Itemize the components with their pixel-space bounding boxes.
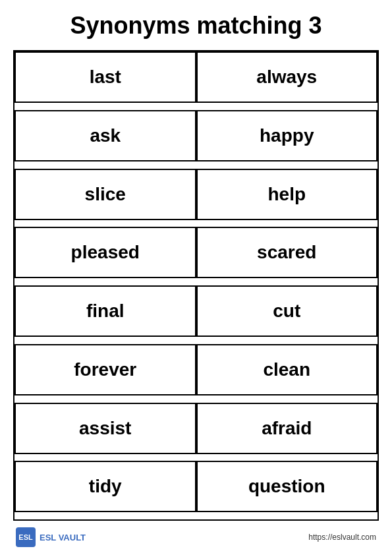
right-word-2: happy: [196, 110, 378, 161]
logo-icon: ESL: [16, 527, 36, 547]
left-word-8: tidy: [14, 461, 196, 512]
left-word-6: forever: [14, 344, 196, 395]
page-title: Synonyms matching 3: [70, 12, 322, 40]
right-word-8: question: [196, 461, 378, 512]
left-word-2: ask: [14, 110, 196, 161]
left-word-5: final: [14, 285, 196, 337]
left-word-3: slice: [14, 169, 196, 220]
footer: ESL ESL VAULT https://eslvault.com: [13, 527, 379, 547]
left-word-1: last: [14, 51, 196, 103]
right-word-4: scared: [196, 227, 378, 278]
right-word-3: help: [196, 169, 378, 220]
right-word-7: afraid: [196, 403, 378, 454]
word-grid: last always ask happy slice help pleased…: [13, 50, 379, 521]
logo-text: ESL VAULT: [40, 533, 86, 542]
website-url: https://eslvault.com: [308, 533, 376, 542]
left-word-4: pleased: [14, 227, 196, 278]
right-word-6: clean: [196, 344, 378, 395]
right-word-1: always: [196, 51, 378, 103]
left-word-7: assist: [14, 403, 196, 454]
right-word-5: cut: [196, 285, 378, 337]
logo-area: ESL ESL VAULT: [16, 527, 86, 547]
